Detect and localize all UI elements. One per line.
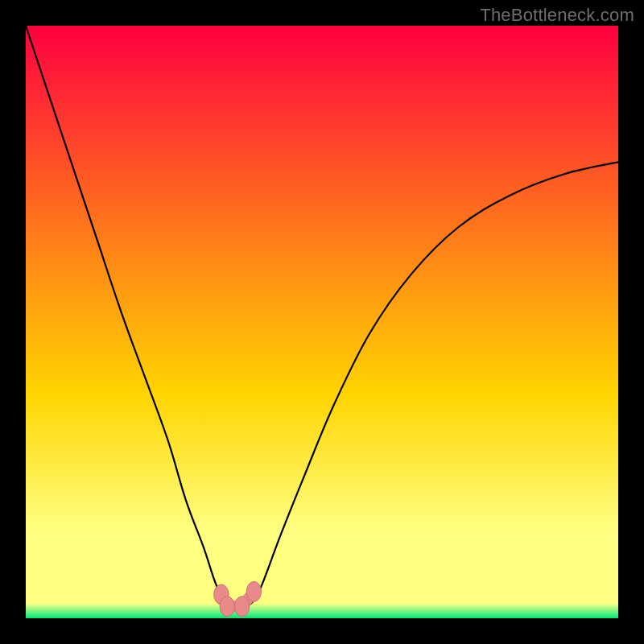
watermark-text: TheBottleneck.com	[480, 5, 634, 26]
marker-right	[246, 581, 261, 601]
bottleneck-chart	[0, 0, 644, 644]
marker-mid2	[234, 597, 249, 617]
chart-container: { "watermark": "TheBottleneck.com", "col…	[0, 0, 644, 644]
plot-background	[26, 26, 618, 618]
marker-mid1	[220, 597, 234, 617]
